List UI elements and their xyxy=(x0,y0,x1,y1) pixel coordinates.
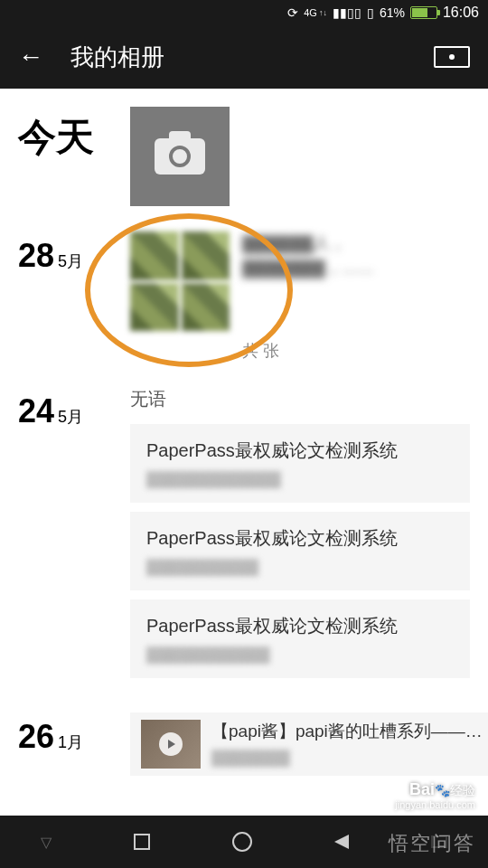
link-card[interactable]: PaperPass最权威论文检测系统 ▓▓▓▓▓▓▓▓▓▓ xyxy=(130,512,470,590)
link-card-subtitle: ▓▓▓▓▓▓▓▓▓▓ xyxy=(146,558,454,576)
sync-icon: ⟳ xyxy=(287,5,298,20)
video-subtitle: ▓▓▓▓▓▓▓ xyxy=(211,749,483,767)
page-title: 我的相册 xyxy=(70,42,407,73)
date-label: 285月 xyxy=(18,231,116,362)
nav-menu-icon[interactable]: ▽ xyxy=(41,834,52,851)
nav-recent-icon[interactable] xyxy=(134,834,150,850)
nav-home-icon[interactable] xyxy=(232,832,252,852)
video-title: 【papi酱】papi酱的吐槽系列——… xyxy=(211,720,483,743)
more-action-icon[interactable] xyxy=(434,46,470,68)
date-label: 今天 xyxy=(18,107,116,206)
add-photo-button[interactable] xyxy=(130,107,230,206)
post-caption: ▓▓▓▓▓▓人，▓▓▓▓▓▓▓，…… xyxy=(242,231,470,280)
battery-text: 61% xyxy=(380,5,405,20)
video-thumbnail xyxy=(141,720,201,769)
nav-back-icon[interactable] xyxy=(334,835,349,849)
wukong-watermark: 悟空问答 xyxy=(389,830,475,857)
link-card[interactable]: PaperPass最权威论文检测系统 ▓▓▓▓▓▓▓▓▓▓▓▓ xyxy=(130,424,470,503)
signal-icon: ▮▮▯▯ xyxy=(333,5,361,20)
clock: 16:06 xyxy=(443,5,479,21)
link-card-subtitle: ▓▓▓▓▓▓▓▓▓▓▓▓ xyxy=(146,470,454,488)
album-timeline: 今天 285月 ▓▓▓▓▓▓人，▓▓▓▓▓▓▓，…… 共 张 245月 xyxy=(0,89,488,830)
photo-count: 共 张 xyxy=(242,340,470,362)
timeline-entry: 245月 无语 PaperPass最权威论文检测系统 ▓▓▓▓▓▓▓▓▓▓▓▓ … xyxy=(18,387,470,687)
timeline-entry-today: 今天 xyxy=(18,107,470,206)
link-card-title: PaperPass最权威论文检测系统 xyxy=(146,526,454,551)
date-label: 245月 xyxy=(18,387,116,687)
battery-icon xyxy=(410,6,437,19)
post-caption: 无语 xyxy=(130,387,470,411)
link-card-subtitle: ▓▓▓▓▓▓▓▓▓▓▓ xyxy=(146,646,454,664)
video-card[interactable]: 【papi酱】papi酱的吐槽系列——… ▓▓▓▓▓▓▓ xyxy=(130,712,488,776)
moment-post[interactable]: ▓▓▓▓▓▓人，▓▓▓▓▓▓▓，…… xyxy=(130,231,470,331)
date-label: 261月 xyxy=(18,712,116,776)
photo-grid-thumb[interactable] xyxy=(130,231,230,331)
app-header: ← 我的相册 xyxy=(0,25,488,89)
network-indicator: 4G↑↓ xyxy=(304,8,327,18)
play-icon xyxy=(159,732,183,756)
camera-icon xyxy=(155,138,205,175)
link-card-title: PaperPass最权威论文检测系统 xyxy=(146,614,454,638)
timeline-entry: 261月 【papi酱】papi酱的吐槽系列——… ▓▓▓▓▓▓▓ xyxy=(18,712,470,776)
status-bar: • ⟳ 4G↑↓ ▮▮▯▯ ▯ 61% 16:06 xyxy=(0,0,488,25)
sim-icon: ▯ xyxy=(367,5,374,20)
watermark: Bai🐾经验 jingyan.baidu.com xyxy=(395,780,475,810)
timeline-entry: 285月 ▓▓▓▓▓▓人，▓▓▓▓▓▓▓，…… 共 张 xyxy=(18,231,470,362)
back-arrow-icon[interactable]: ← xyxy=(18,42,43,71)
link-card-title: PaperPass最权威论文检测系统 xyxy=(146,439,454,463)
link-card[interactable]: PaperPass最权威论文检测系统 ▓▓▓▓▓▓▓▓▓▓▓ xyxy=(130,599,470,678)
